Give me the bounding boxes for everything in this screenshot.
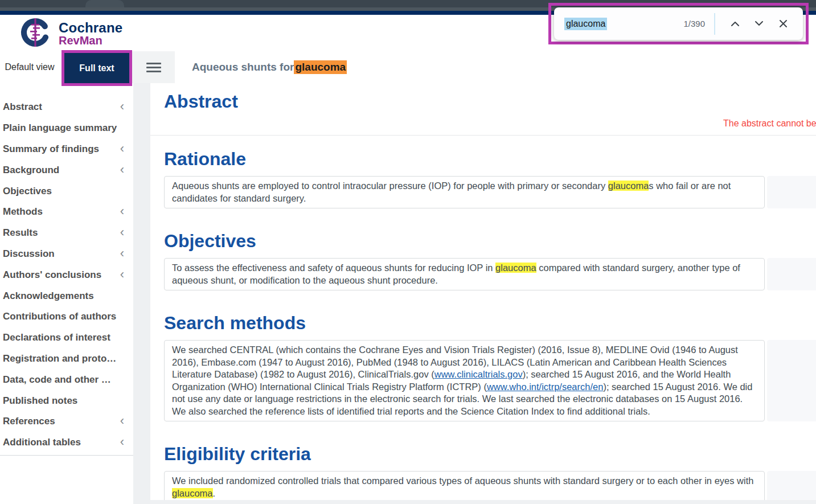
sidebar-item-plain-language-summary[interactable]: Plain language summary [0,118,133,139]
section-heading-rationale: Rationale [164,147,816,170]
find-bar-annotation-box: glaucoma 1/390 [548,3,809,44]
sidebar-item-results[interactable]: Results‹ [0,223,133,244]
find-close-button[interactable] [774,15,792,32]
full-text-annotation-box: Full text [61,50,132,86]
sidebar-item-acknowledgements[interactable]: Acknowledgements [0,285,133,306]
sidebar-item-summary-of-findings[interactable]: Summary of findings‹ [0,139,133,160]
find-match-counter: 1/390 [683,19,705,28]
eligibility-criteria-textbox[interactable]: We included randomized controlled trials… [164,471,765,503]
chevron-left-icon: ‹ [120,142,124,155]
sidebar-item-references[interactable]: References‹ [0,411,133,432]
document-title: Aqueous shunts for glaucoma [192,51,347,83]
chevron-up-icon [731,21,740,27]
hyperlink[interactable]: www.clinicaltrials.gov [434,369,523,379]
find-in-page-bar[interactable]: glaucoma 1/390 [554,7,803,40]
body-text: We included randomized controlled trials… [172,476,753,486]
section-abstract: AbstractThe abstract cannot be lo [164,90,816,136]
tab-default-view[interactable]: Default view [0,51,59,83]
sidebar-content-gutter [133,83,150,504]
sidebar-item-label: Registration and proto… [3,353,116,364]
section-eligibility-criteria: Eligibility criteriaWe included randomiz… [164,442,816,503]
sidebar-item-label: Published notes [3,395,77,407]
section-menu-button[interactable] [132,51,175,83]
section-heading-search-methods: Search methods [164,312,816,334]
document-title-text: Aqueous shunts for [192,61,294,73]
sidebar-item-methods[interactable]: Methods‹ [0,202,133,223]
search-match-highlight: glaucoma [495,263,536,273]
brand-product: RevMan [59,35,122,47]
chevron-left-icon: ‹ [120,226,124,239]
section-body-row: We searched CENTRAL (which contains the … [164,340,816,421]
close-icon [779,19,788,28]
section-objectives: ObjectivesTo assess the effectiveness an… [164,230,816,290]
view-toolbar: Default view Full text Aqueous shunts fo… [0,51,816,84]
cochrane-logo-icon [19,17,51,48]
sidebar-item-abstract[interactable]: Abstract‹ [0,97,133,118]
find-query-input[interactable]: glaucoma [564,18,607,30]
hamburger-icon [146,63,161,72]
sidebar-item-label: Results [3,227,38,239]
sidebar-item-label: Background [3,165,59,176]
next-section-edge [150,500,816,504]
sidebar-item-background[interactable]: Background‹ [0,159,133,181]
abstract-error-text: The abstract cannot be lo [723,118,816,130]
section-sidebar: Abstract‹Plain language summarySummary o… [0,83,133,456]
body-text: Aqueous shunts are employed to control i… [172,181,608,191]
sidebar-item-label: Declarations of interest [3,332,110,343]
sidebar-item-data-code-and-other[interactable]: Data, code and other … [0,369,133,390]
sidebar-item-published-notes[interactable]: Published notes [0,390,133,411]
hyperlink[interactable]: www.who.int/ictrp/search/en [487,382,604,392]
section-rationale: RationaleAqueous shunts are employed to … [164,147,816,208]
sidebar-item-label: Summary of findings [3,144,99,155]
sidebar-item-label: Acknowledgements [3,290,94,302]
sidebar-item-label: References [3,416,55,427]
sidebar-item-label: Discussion [3,248,55,260]
objectives-textbox[interactable]: To assess the effectiveness and safety o… [164,258,765,290]
body-text: To assess the effectiveness and safety o… [172,263,495,273]
find-divider [714,13,715,35]
sidebar-item-label: Contributions of authors [3,311,116,322]
comment-panel [767,258,816,290]
comment-panel [767,176,816,208]
tab-full-text[interactable]: Full text [64,53,129,83]
sidebar-item-label: Abstract [3,101,42,113]
sidebar-item-objectives[interactable]: Objectives [0,181,133,202]
sidebar-item-label: Methods [3,206,43,218]
chevron-down-icon [755,21,764,27]
browser-tab-hint [85,0,124,7]
full-text-content: AbstractThe abstract cannot be loRationa… [150,83,816,504]
search-methods-textbox[interactable]: We searched CENTRAL (which contains the … [164,340,765,421]
section-body-row: Aqueous shunts are employed to control i… [164,176,816,208]
section-divider [150,135,816,136]
section-heading-abstract: Abstract [164,90,816,113]
body-text: . [213,488,216,498]
section-body-row: To assess the effectiveness and safety o… [164,258,816,290]
chevron-left-icon: ‹ [120,247,124,260]
chevron-left-icon: ‹ [120,163,124,176]
find-previous-button[interactable] [727,15,744,32]
section-search-methods: Search methodsWe searched CENTRAL (which… [164,312,816,421]
chevron-left-icon: ‹ [120,205,124,218]
sidebar-item-contributions-of-authors[interactable]: Contributions of authors [0,306,133,327]
find-next-button[interactable] [751,15,768,32]
brand: Cochrane RevMan [19,17,122,48]
sidebar-item-authors-conclusions[interactable]: Authors' conclusions‹ [0,264,133,285]
section-heading-objectives: Objectives [164,230,816,252]
sidebar-item-additional-tables[interactable]: Additional tables‹ [0,432,133,453]
document-title-active-match: glaucoma [294,60,347,74]
sidebar-item-label: Objectives [3,186,52,197]
rationale-textbox[interactable]: Aqueous shunts are employed to control i… [164,176,765,208]
sidebar-item-discussion[interactable]: Discussion‹ [0,244,133,265]
chevron-left-icon: ‹ [120,268,124,281]
sidebar-item-label: Plain language summary [3,122,117,134]
sidebar-item-declarations-of-interest[interactable]: Declarations of interest [0,327,133,349]
section-body-row: We included randomized controlled trials… [164,471,816,503]
chevron-left-icon: ‹ [120,415,124,427]
search-match-highlight: glaucoma [608,181,649,191]
sidebar-item-label: Additional tables [3,437,81,448]
section-heading-eligibility-criteria: Eligibility criteria [164,442,816,465]
sidebar-item-registration-and-proto[interactable]: Registration and proto… [0,349,133,370]
comment-panel [767,340,816,421]
sidebar-item-label: Data, code and other … [3,374,111,386]
chevron-left-icon: ‹ [120,436,124,448]
